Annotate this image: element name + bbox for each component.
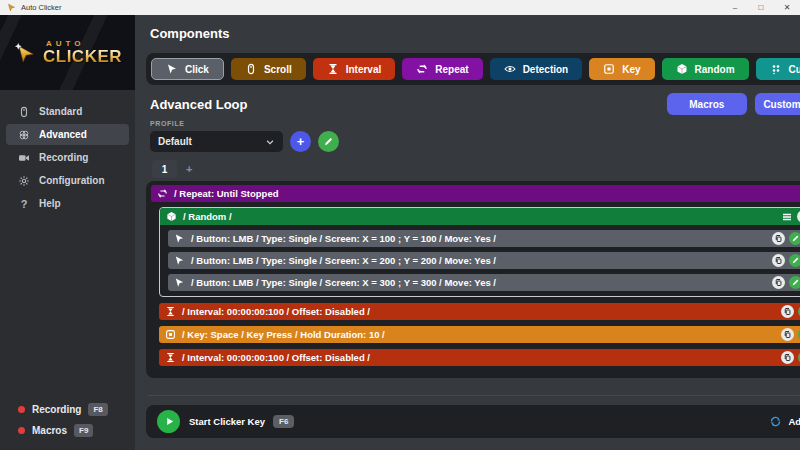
recording-status-dot [18, 406, 25, 413]
random-block[interactable]: / Random / [160, 208, 800, 225]
component-label: Random [695, 64, 735, 75]
click-block-3[interactable]: / Button: LMB / Type: Single / Screen: X… [168, 274, 800, 291]
click-block-label: / Button: LMB / Type: Single / Screen: X… [191, 255, 496, 266]
pencil-icon [791, 278, 800, 287]
profile-row: Default + [150, 131, 800, 152]
copy-block-button[interactable] [781, 351, 794, 364]
edit-block-button[interactable] [789, 276, 800, 289]
sidebar-item-standard[interactable]: Standard [6, 101, 129, 122]
copy-icon [774, 278, 783, 287]
cursor-icon [174, 233, 185, 244]
macros-hotkey-badge: F9 [74, 424, 93, 437]
interval-block-1[interactable]: / Interval: 00:00:00:100 / Offset: Disab… [159, 303, 800, 320]
component-label: Detection [523, 64, 569, 75]
add-tab-button[interactable]: + [186, 163, 192, 175]
interval-block-label: / Interval: 00:00:00:100 / Offset: Disab… [182, 306, 370, 317]
copy-block-button[interactable] [781, 305, 794, 318]
repeat-block[interactable]: / Repeat: Until Stopped [151, 185, 800, 202]
sidebar-item-label: Help [39, 198, 61, 209]
start-hotkey-badge: F6 [273, 415, 294, 428]
sidebar-item-help[interactable]: ? Help [6, 193, 129, 214]
component-label: Repeat [435, 64, 468, 75]
copy-icon [783, 307, 792, 316]
logo-text-clicker: CLICKER [43, 48, 122, 65]
pencil-icon [791, 234, 800, 243]
knot-icon [18, 129, 30, 141]
chevron-down-icon [265, 137, 275, 147]
sidebar-item-label: Configuration [39, 175, 105, 186]
key-block[interactable]: / Key: Space / Key Press / Hold Duration… [159, 326, 800, 343]
gear-icon [18, 175, 30, 187]
component-key-button[interactable]: Key [589, 58, 654, 80]
click-block-label: / Button: LMB / Type: Single / Screen: X… [191, 277, 496, 288]
scroll-mouse-icon [245, 63, 257, 75]
titlebar: Auto Clicker – □ ✕ [0, 0, 800, 15]
click-block-1[interactable]: / Button: LMB / Type: Single / Screen: X… [168, 230, 800, 247]
copy-block-button[interactable] [781, 328, 794, 341]
custom-blocks-button[interactable]: Custom Blocks [755, 93, 800, 115]
app-logo-icon [7, 3, 16, 12]
component-scroll-button[interactable]: Scroll [231, 58, 306, 80]
sidebar-item-label: Standard [39, 106, 82, 117]
click-block-label: / Button: LMB / Type: Single / Screen: X… [191, 233, 496, 244]
advanced-loop-header: Advanced Loop Macros Custom Blocks [146, 93, 800, 115]
dice-icon [676, 63, 688, 75]
copy-block-button[interactable] [772, 254, 785, 267]
maximize-button[interactable]: □ [748, 0, 774, 15]
edit-block-button[interactable] [789, 254, 800, 267]
component-click-button[interactable]: Click [151, 58, 224, 80]
sidebar-item-advanced[interactable]: Advanced [6, 124, 129, 145]
close-button[interactable]: ✕ [774, 0, 800, 15]
cursor-icon [174, 277, 185, 288]
edit-profile-button[interactable] [318, 131, 339, 152]
component-detection-button[interactable]: Detection [490, 58, 583, 80]
sidebar-item-configuration[interactable]: Configuration [6, 170, 129, 191]
divider [148, 395, 800, 396]
minimize-button[interactable]: – [722, 0, 748, 15]
interval-block-2[interactable]: / Interval: 00:00:00:100 / Offset: Disab… [159, 349, 800, 366]
component-repeat-button[interactable]: Repeat [402, 58, 482, 80]
sidebar-item-label: Advanced [39, 129, 87, 140]
copy-icon [774, 234, 783, 243]
sidebar-item-recording[interactable]: Recording [6, 147, 129, 168]
random-block-label: / Random / [183, 211, 232, 222]
mouse-icon [18, 106, 30, 118]
sidebar: AUTO CLICKER Standard Advanced [0, 15, 135, 450]
copy-block-button[interactable] [772, 232, 785, 245]
add-profile-button[interactable]: + [290, 131, 311, 152]
macros-button[interactable]: Macros [667, 93, 747, 115]
components-title: Components [150, 26, 800, 41]
recording-hotkey[interactable]: Recording F8 [0, 401, 135, 417]
component-interval-button[interactable]: Interval [313, 58, 396, 80]
tab-1[interactable]: 1 [152, 160, 177, 178]
pencil-icon [323, 136, 334, 147]
component-custom-button[interactable]: Custom [756, 58, 800, 80]
app-logo: AUTO CLICKER [0, 15, 135, 90]
repeat-icon [416, 63, 428, 75]
grid-dots-icon [770, 63, 782, 75]
key-block-label: / Key: Space / Key Press / Hold Duration… [182, 329, 385, 340]
window-controls: – □ ✕ [722, 0, 800, 15]
mode-toggle[interactable]: Advanced [769, 415, 800, 428]
repeat-block-label: / Repeat: Until Stopped [174, 188, 279, 199]
component-label: Key [622, 64, 640, 75]
cursor-icon [166, 63, 178, 75]
start-clicker-button[interactable] [157, 410, 180, 433]
copy-icon [783, 330, 792, 339]
key-cap-icon [165, 329, 176, 340]
cursor-icon [174, 255, 185, 266]
play-icon [164, 416, 175, 427]
component-random-button[interactable]: Random [662, 58, 749, 80]
macros-hotkey[interactable]: Macros F9 [0, 422, 135, 438]
profile-label: PROFILE [150, 120, 800, 127]
profile-selected-value: Default [158, 136, 192, 147]
copy-icon [783, 353, 792, 362]
click-block-2[interactable]: / Button: LMB / Type: Single / Screen: X… [168, 252, 800, 269]
menu-icon[interactable] [781, 211, 793, 223]
question-icon: ? [18, 198, 30, 210]
edit-block-button[interactable] [789, 232, 800, 245]
copy-block-button[interactable] [772, 276, 785, 289]
profile-select[interactable]: Default [150, 131, 283, 152]
advanced-loop-title: Advanced Loop [150, 97, 248, 112]
macros-status-dot [18, 427, 25, 434]
